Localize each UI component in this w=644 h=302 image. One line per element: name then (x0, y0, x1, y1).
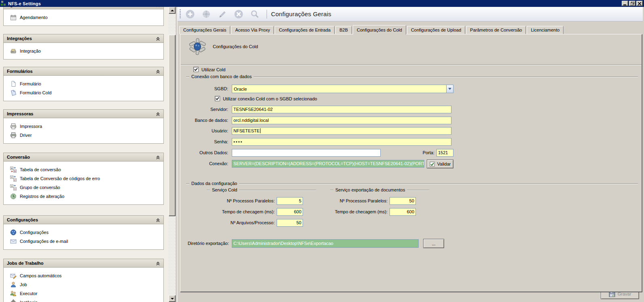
app-icon (1, 1, 6, 6)
cold-arquivos-processo-input[interactable]: 50 (277, 219, 303, 227)
sidebar-item-tabela-de-conversao[interactable]: AB Tabela de conversão (4, 165, 163, 174)
collapse-chevron-icon[interactable] (156, 261, 160, 266)
porta-label: Porta: (399, 150, 434, 155)
tab-licenciamento[interactable]: Licenciamento (527, 26, 564, 34)
sidebar-item-impressora[interactable]: Impressora (4, 122, 163, 131)
senha-input[interactable]: •••• (232, 138, 451, 146)
sidebar-item-agendamento[interactable]: Agendamento (4, 13, 163, 22)
sidebar-item-grupo-de-conversao[interactable]: 1X Grupo de conversão (4, 183, 163, 192)
tab-configuracoes-gerais[interactable]: Configurações Gerais (179, 26, 230, 34)
tab-parametros-de-conversao[interactable]: Parâmetros de Conversão (466, 26, 526, 34)
export-processos-paralelos-input[interactable]: 50 (390, 197, 416, 205)
section-header-jobs-de-trabalho[interactable]: Jobs de Trabalho (3, 259, 164, 268)
hub-button[interactable] (199, 8, 213, 20)
tab-configuracoes-do-cold[interactable]: Configurações do Cold (353, 25, 406, 34)
diretorio-exportacao-field[interactable]: C:\Users\Administrador\Desktop\NFSe\Expo… (232, 239, 419, 248)
sidebar-section-jobs-de-trabalho: Jobs de Trabalho Campos automáticos Job … (3, 259, 164, 302)
diretorio-exportacao-label: Diretório exportação: (180, 241, 229, 246)
toolbar-grip[interactable] (180, 9, 181, 19)
cold-processos-paralelos-label: Nº Processos Paralelos: (197, 198, 275, 203)
add-button[interactable] (183, 8, 197, 20)
tab-configuracoes-de-entrada[interactable]: Configurações de Entrada (275, 26, 335, 34)
page-header-title: Configurações do Cold (213, 44, 258, 49)
integration-icon (10, 48, 17, 54)
section-header-formularios[interactable]: Formulários (3, 67, 164, 76)
section-header-configuracoes[interactable]: Configurações (3, 215, 164, 224)
banco-de-dados-label: Banco de dados: (180, 118, 228, 123)
delete-button[interactable] (232, 8, 246, 20)
validate-check-icon (430, 162, 435, 167)
svg-text:Z: Z (14, 179, 16, 181)
sidebar: Agendamento Agendamento Integrações Inte… (0, 7, 169, 302)
validar-button[interactable]: Validar (427, 160, 453, 168)
outros-dados-input[interactable] (232, 149, 381, 157)
sidebar-scrollbar[interactable] (169, 7, 176, 302)
porta-input[interactable]: 1521 (436, 149, 453, 157)
sidebar-item-registros-de-alteracao[interactable]: Registros de alteração (4, 192, 163, 201)
scroll-up-button[interactable] (169, 7, 176, 14)
validar-label: Validar (437, 162, 451, 166)
sidebar-item-instancia[interactable]: Instância (4, 298, 163, 302)
cold-tempo-checagem-input[interactable]: 600 (277, 208, 303, 216)
export-processos-paralelos-label: Nº Processos Paralelos: (310, 198, 388, 203)
servidor-input[interactable]: TESNFSE20641-02 (232, 106, 451, 113)
section-header-conversao[interactable]: Conversão (3, 153, 164, 162)
tab-b2b[interactable]: B2B (335, 26, 352, 34)
collapse-chevron-icon[interactable] (156, 155, 160, 160)
usuario-input[interactable]: NFSETESTE (232, 127, 451, 135)
sgbd-select[interactable]: Oracle (232, 85, 453, 93)
close-button[interactable] (636, 1, 643, 6)
svg-text:A: A (11, 167, 13, 170)
utilizar-conexao-cold-checkbox[interactable] (215, 96, 220, 101)
collapse-chevron-icon[interactable] (156, 36, 160, 41)
conexao-string-field[interactable]: SERVER=(DESCRIPTION=(ADDRESS=(PROTOCOL=T… (232, 160, 424, 168)
banco-de-dados-input[interactable]: orcl.nddigital.local (232, 117, 451, 124)
sidebar-item-configuracoes-email[interactable]: Configurações de e-mail (4, 237, 163, 246)
sidebar-item-campos-automaticos[interactable]: Campos automáticos (4, 271, 163, 280)
sidebar-item-driver[interactable]: Driver (4, 131, 163, 140)
collapse-chevron-icon[interactable] (156, 218, 160, 222)
browse-button[interactable]: ... (423, 239, 444, 248)
sidebar-item-job[interactable]: Job (4, 280, 163, 289)
scroll-down-button[interactable] (169, 295, 176, 302)
utilizar-cold-label: Utilizar Cold (201, 67, 225, 72)
dropdown-arrow-icon[interactable] (446, 85, 453, 93)
cold-processos-paralelos-input[interactable]: 5 (277, 197, 303, 205)
user-icon (10, 281, 17, 288)
scrollbar-thumb[interactable] (169, 35, 176, 216)
utilizar-cold-checkbox[interactable] (193, 67, 199, 72)
delete-icon (233, 9, 244, 19)
sidebar-section-configuracoes: Configurações Configurações Configuraçõe… (3, 215, 164, 250)
change-records-icon (10, 193, 17, 200)
connection-groupbox: Conexão com banco de dados (186, 74, 638, 79)
section-header-integracoes[interactable]: Integrações (3, 34, 164, 43)
servico-cold-title: Serviço Cold (210, 187, 239, 192)
sidebar-item-formulario[interactable]: Formulário (4, 79, 163, 88)
tab-acesso-via-proxy[interactable]: Acesso Via Proxy (231, 26, 274, 34)
senha-label: Senha: (180, 139, 228, 144)
collapse-chevron-icon[interactable] (156, 112, 160, 116)
collapse-chevron-icon[interactable] (156, 69, 160, 74)
header-separator (181, 64, 642, 65)
sidebar-item-formulario-cold[interactable]: Formulário Cold (4, 88, 163, 97)
conexao-label: Conexão: (180, 161, 228, 166)
section-header-impressoras[interactable]: Impressoras (3, 109, 164, 118)
users-gear-icon (10, 290, 17, 297)
tab-configuracoes-de-upload[interactable]: Configurações de Upload (407, 26, 465, 34)
restore-button[interactable] (629, 1, 636, 6)
conversion-error-codes-icon: YZ (10, 175, 17, 182)
driver-icon (10, 132, 17, 138)
sidebar-item-executor[interactable]: Executor (4, 289, 163, 298)
sidebar-item-tabela-conversao-codigos-erro[interactable]: YZ Tabela de Conversão de códigos de err… (4, 174, 163, 183)
sidebar-item-integracao[interactable]: Integração (4, 47, 163, 55)
svg-text:Y: Y (11, 176, 13, 179)
collapse-chevron-icon[interactable] (156, 7, 160, 7)
export-tempo-checagem-input[interactable]: 600 (390, 208, 416, 216)
tab-page-configuracoes-do-cold: Configurações do Cold Utilizar Cold Cone… (180, 34, 642, 292)
config-groupbox: Dados da configuração (186, 181, 638, 186)
gear-icon (10, 299, 17, 302)
sidebar-item-configuracoes[interactable]: Configurações (4, 228, 163, 237)
edit-button[interactable] (216, 8, 229, 20)
search-button[interactable] (248, 8, 262, 20)
minimize-button[interactable] (622, 1, 628, 6)
